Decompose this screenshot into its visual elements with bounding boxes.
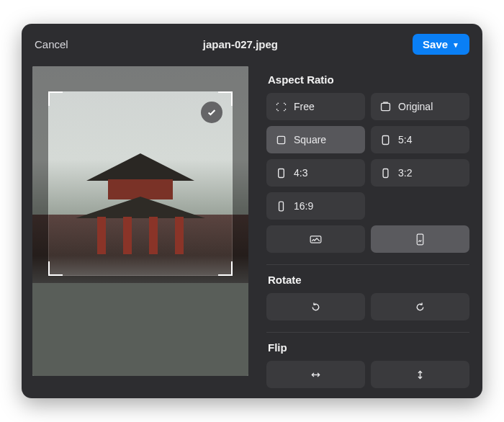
file-title: japan-027.jpeg <box>203 38 278 50</box>
crop-handle-top-right[interactable] <box>218 91 233 106</box>
rotate-grid <box>266 293 469 320</box>
landscape-icon <box>310 233 322 246</box>
flip-horizontal-icon <box>310 369 322 381</box>
svg-rect-7 <box>417 234 423 245</box>
aspect-5-4-label: 5:4 <box>398 134 412 145</box>
orientation-portrait-button[interactable] <box>371 225 469 253</box>
divider <box>266 264 469 265</box>
aspect-ratio-grid: Free Original Square <box>266 93 469 220</box>
aspect-free-label: Free <box>294 101 315 112</box>
portrait-icon <box>414 233 426 246</box>
square-icon <box>275 134 287 146</box>
aspect-5-4-button[interactable]: 5:4 <box>371 126 469 153</box>
canvas-pane <box>22 63 259 398</box>
rotate-title: Rotate <box>268 274 469 286</box>
svg-rect-3 <box>279 169 284 177</box>
orientation-grid <box>266 225 469 253</box>
svg-rect-1 <box>277 136 284 143</box>
aspect-16-9-label: 16:9 <box>294 200 313 212</box>
editor-window: Cancel japan-027.jpeg Save ▼ <box>22 24 482 398</box>
save-button[interactable]: Save ▼ <box>413 34 469 55</box>
flip-horizontal-button[interactable] <box>266 361 365 388</box>
divider <box>266 332 469 333</box>
rect-4-3-icon <box>275 167 287 179</box>
aspect-square-label: Square <box>294 134 326 145</box>
crop-handle-bottom-left[interactable] <box>48 261 63 276</box>
save-button-label: Save <box>423 38 448 50</box>
rotate-left-icon <box>310 301 322 313</box>
check-icon <box>207 107 217 117</box>
chevron-down-icon: ▼ <box>452 41 459 49</box>
aspect-ratio-title: Aspect Ratio <box>268 73 469 86</box>
aspect-original-button[interactable]: Original <box>371 93 469 120</box>
rotate-left-button[interactable] <box>266 293 365 320</box>
editor-body: Aspect Ratio Free Original <box>22 63 482 398</box>
flip-grid <box>266 361 469 388</box>
aspect-4-3-label: 4:3 <box>294 167 307 179</box>
orientation-landscape-button[interactable] <box>266 225 365 253</box>
svg-rect-0 <box>382 103 390 110</box>
rect-3-2-icon <box>379 167 392 179</box>
aspect-3-2-button[interactable]: 3:2 <box>371 159 469 187</box>
svg-rect-4 <box>383 169 388 177</box>
confirm-crop-button[interactable] <box>201 102 222 123</box>
titlebar: Cancel japan-027.jpeg Save ▼ <box>22 24 482 63</box>
aspect-free-button[interactable]: Free <box>266 93 365 120</box>
aspect-3-2-label: 3:2 <box>398 167 412 179</box>
svg-rect-2 <box>382 135 389 144</box>
cancel-button[interactable]: Cancel <box>35 38 68 50</box>
svg-rect-5 <box>279 202 284 211</box>
free-crop-icon <box>275 101 287 113</box>
image-canvas[interactable] <box>32 66 248 376</box>
rotate-right-button[interactable] <box>371 293 469 320</box>
crop-handle-top-left[interactable] <box>48 91 63 106</box>
aspect-16-9-button[interactable]: 16:9 <box>266 192 365 220</box>
aspect-original-label: Original <box>398 101 433 112</box>
aspect-4-3-button[interactable]: 4:3 <box>266 159 365 187</box>
controls-pane: Aspect Ratio Free Original <box>259 63 482 398</box>
crop-box[interactable] <box>48 91 233 276</box>
flip-vertical-icon <box>414 369 426 381</box>
crop-handle-bottom-right[interactable] <box>218 261 233 276</box>
rect-5-4-icon <box>379 134 392 146</box>
flip-title: Flip <box>268 341 469 354</box>
original-icon <box>379 101 392 113</box>
rotate-right-icon <box>414 301 426 313</box>
rect-16-9-icon <box>275 200 287 212</box>
flip-vertical-button[interactable] <box>371 361 469 388</box>
aspect-square-button[interactable]: Square <box>266 126 365 153</box>
